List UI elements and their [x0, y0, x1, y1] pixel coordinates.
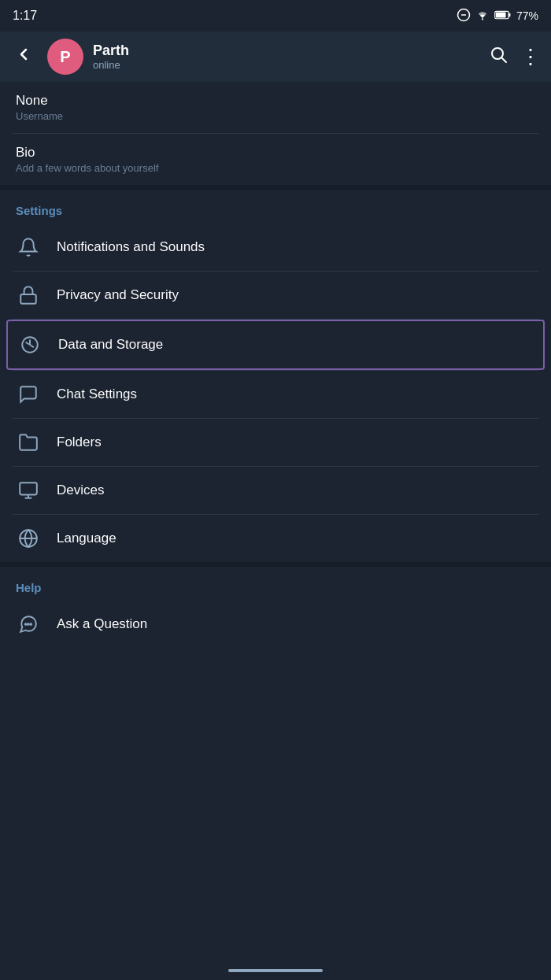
menu-item-devices[interactable]: Devices	[0, 467, 551, 514]
menu-item-chat[interactable]: Chat Settings	[0, 371, 551, 418]
status-icons: 77%	[457, 8, 538, 24]
chart-icon	[17, 332, 43, 357]
search-button[interactable]	[489, 45, 508, 68]
username-item[interactable]: None Username	[0, 82, 551, 133]
user-name: Parth	[93, 43, 479, 59]
bio-sublabel: Add a few words about yourself	[16, 162, 535, 174]
battery-percent: 77%	[516, 9, 538, 22]
svg-rect-4	[508, 13, 510, 17]
back-button[interactable]	[9, 40, 38, 73]
toolbar-actions: ⋮	[489, 45, 542, 68]
globe-icon	[16, 526, 41, 551]
status-time: 1:17	[13, 9, 37, 23]
lock-icon	[16, 283, 41, 308]
svg-rect-5	[496, 12, 506, 17]
wifi-icon	[475, 9, 490, 23]
dnd-icon	[457, 8, 471, 24]
battery-icon	[494, 9, 512, 23]
ask-label: Ask a Question	[57, 616, 147, 632]
more-button[interactable]: ⋮	[520, 46, 542, 67]
status-bar: 1:17 77%	[0, 0, 551, 31]
toolbar: P Parth online ⋮	[0, 31, 551, 82]
folder-icon	[16, 430, 41, 455]
settings-title: Settings	[16, 204, 535, 217]
bio-item[interactable]: Bio Add a few words about yourself	[0, 134, 551, 185]
notifications-label: Notifications and Sounds	[57, 239, 205, 255]
language-label: Language	[57, 531, 116, 546]
svg-point-6	[492, 48, 503, 59]
user-info: Parth online	[93, 43, 479, 71]
svg-point-16	[28, 623, 29, 625]
devices-label: Devices	[57, 483, 104, 498]
folders-label: Folders	[57, 435, 102, 450]
menu-item-language[interactable]: Language	[0, 515, 551, 562]
avatar: P	[47, 39, 83, 75]
bell-icon	[16, 235, 41, 260]
bio-label: Bio	[16, 145, 535, 161]
menu-item-ask[interactable]: Ask a Question	[0, 601, 551, 648]
svg-rect-10	[20, 483, 37, 494]
settings-header: Settings	[0, 190, 551, 224]
chat-icon	[16, 382, 41, 407]
help-header: Help	[0, 567, 551, 601]
svg-point-17	[30, 623, 31, 625]
svg-line-7	[502, 58, 506, 62]
device-icon	[16, 478, 41, 503]
svg-point-15	[25, 623, 27, 625]
menu-item-folders[interactable]: Folders	[0, 419, 551, 466]
menu-item-privacy[interactable]: Privacy and Security	[0, 272, 551, 319]
chat-label: Chat Settings	[57, 386, 137, 402]
menu-item-data[interactable]: Data and Storage	[6, 320, 545, 370]
username-value: None	[16, 93, 535, 109]
bottom-bar	[228, 969, 323, 972]
user-status: online	[93, 59, 479, 71]
username-label: Username	[16, 110, 535, 122]
svg-point-2	[482, 18, 483, 20]
chat-bubble-icon	[16, 612, 41, 637]
menu-item-notifications[interactable]: Notifications and Sounds	[0, 224, 551, 271]
help-title: Help	[16, 581, 535, 594]
data-label: Data and Storage	[58, 337, 163, 353]
svg-rect-8	[20, 294, 36, 304]
privacy-label: Privacy and Security	[57, 287, 179, 303]
